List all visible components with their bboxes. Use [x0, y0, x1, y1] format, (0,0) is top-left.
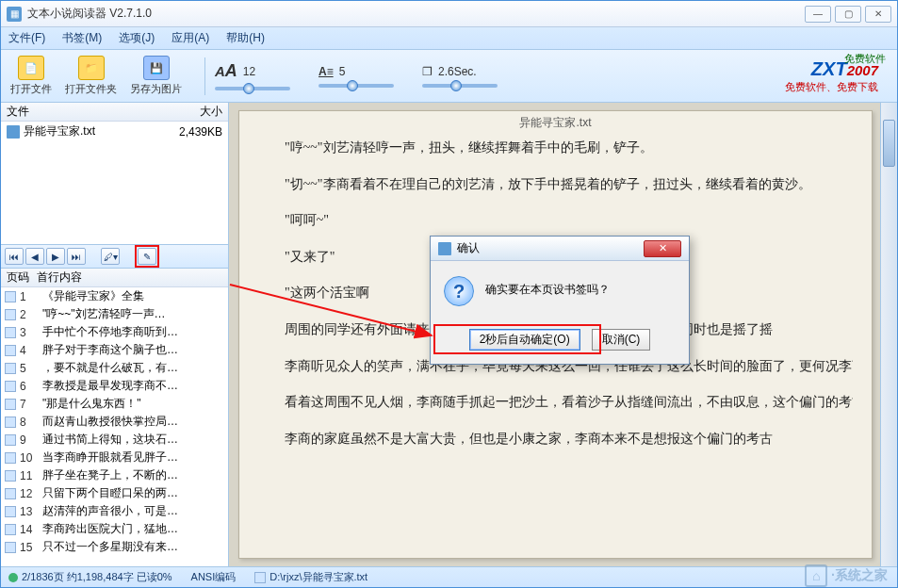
page-header-num[interactable]: 页码	[7, 270, 37, 286]
line-spacing-icon: A≡	[318, 65, 334, 78]
page-number: 4	[20, 344, 42, 357]
reader-paragraph: 李商的家庭虽然不是大富大贵，但也是小康之家，李商本来不是想报这个偏门的考古	[258, 427, 853, 452]
open-folder-button[interactable]: 📁 打开文件夹	[65, 56, 117, 96]
page-firstline: 手中忙个不停地李商听到…	[42, 324, 224, 340]
page-firstline: 《异能寻宝家》全集	[42, 288, 224, 304]
close-button[interactable]: ✕	[865, 6, 891, 23]
status-file-icon	[254, 572, 266, 583]
folder-open-icon: 📁	[78, 56, 105, 80]
dialog-message: 确实要在本页设书签吗？	[485, 276, 610, 298]
page-row[interactable]: 4胖子对于李商这个脑子也…	[1, 341, 228, 359]
brand-name: ZXT	[811, 58, 847, 79]
confirm-dialog: 确认 ✕ ? 确实要在本页设书签吗？ 2秒后自动确定(O) 取消(C)	[430, 236, 690, 365]
page-row[interactable]: 15只不过一个多星期没有来…	[1, 538, 228, 556]
nav-first-button[interactable]: ⏮	[5, 248, 24, 265]
interval-control: ❐ 2.6Sec.	[422, 65, 498, 88]
page-row[interactable]: 13赵清萍的声音很小，可是…	[1, 502, 228, 520]
nav-prev-button[interactable]: ◀	[25, 248, 44, 265]
question-icon: ?	[444, 276, 474, 306]
font-size-control: AA 12	[215, 61, 290, 90]
page-icon	[5, 416, 16, 428]
page-row[interactable]: 3手中忙个不停地李商听到…	[1, 323, 228, 341]
page-number: 11	[20, 469, 42, 482]
open-file-button[interactable]: 📄 打开文件	[10, 56, 52, 96]
save-as-pic-button[interactable]: 💾 另存为图片	[130, 56, 182, 96]
page-icon	[5, 399, 16, 410]
minimize-button[interactable]: —	[805, 6, 831, 23]
dialog-title: 确认	[457, 240, 644, 256]
page-row[interactable]: 2"哼~~"刘艺清轻哼一声…	[1, 305, 228, 323]
file-size: 2,439KB	[179, 125, 222, 139]
page-list-header: 页码 首行内容	[1, 269, 228, 287]
page-row[interactable]: 8而赵青山教授很快掌控局…	[1, 413, 228, 431]
line-spacing-slider[interactable]	[318, 84, 394, 88]
file-list-header: 文件 大小	[1, 103, 228, 122]
page-row[interactable]: 5，要不就是什么破瓦，有…	[1, 359, 228, 377]
page-row[interactable]: 7"那是什么鬼东西！"	[1, 395, 228, 413]
page-number: 15	[20, 541, 42, 554]
folder-icon: 📄	[18, 56, 44, 80]
page-number: 8	[20, 416, 42, 429]
interval-slider[interactable]	[422, 84, 498, 88]
file-icon	[7, 125, 20, 139]
page-icon	[5, 506, 16, 517]
page-firstline: 当李商睁开眼就看见胖子…	[42, 449, 224, 466]
page-icon	[5, 291, 16, 302]
page-number: 5	[20, 362, 42, 375]
menu-options[interactable]: 选项(J)	[119, 30, 155, 46]
bookmark-button[interactable]: ✎	[138, 248, 156, 265]
page-row[interactable]: 14李商跨出医院大门，猛地…	[1, 520, 228, 538]
dialog-close-button[interactable]: ✕	[644, 240, 681, 257]
page-icon	[5, 381, 16, 392]
menu-help[interactable]: 帮助(H)	[226, 30, 265, 46]
page-row[interactable]: 10当李商睁开眼就看见胖子…	[1, 449, 228, 466]
file-header-name[interactable]: 文件	[7, 104, 200, 120]
reader-paragraph: "哼~~"刘艺清轻哼一声，扭头，继续挥舞着手中的毛刷，铲子。	[258, 136, 853, 161]
page-number: 9	[20, 433, 42, 447]
page-icon	[5, 488, 16, 499]
page-number: 10	[20, 451, 42, 465]
nav-last-button[interactable]: ⏭	[67, 248, 86, 265]
page-firstline: 胖子对于李商这个脑子也…	[42, 342, 224, 358]
dialog-ok-button[interactable]: 2秒后自动确定(O)	[469, 329, 580, 351]
file-list: 异能寻宝家.txt 2,439KB	[1, 122, 228, 244]
maximize-button[interactable]: ▢	[835, 6, 861, 23]
watermark: ⌂·系统之家	[805, 564, 888, 587]
nav-next-button[interactable]: ▶	[46, 248, 65, 265]
open-folder-label: 打开文件夹	[65, 82, 117, 96]
app-icon: ▦	[7, 7, 22, 22]
toolbar: 📄 打开文件 📁 打开文件夹 💾 另存为图片 AA 12 A≡ 5	[1, 50, 897, 103]
page-firstline: 李商跨出医院大门，猛地…	[42, 521, 224, 537]
menu-bookmark[interactable]: 书签(M)	[62, 30, 102, 46]
page-number: 7	[20, 398, 42, 411]
page-firstline: 通过书简上得知，这块石…	[42, 432, 224, 448]
page-row[interactable]: 1《异能寻宝家》全集	[1, 287, 228, 305]
page-firstline: 李教授是最早发现李商不…	[42, 378, 224, 394]
menu-apps[interactable]: 应用(A)	[171, 30, 209, 46]
nav-tool-button[interactable]: 🖊▾	[101, 248, 120, 265]
page-number: 2	[20, 308, 42, 321]
bookmark-button-highlight: ✎	[135, 245, 159, 268]
brand-logo: 免费软件 ZXT2007 免费软件、免费下载	[785, 58, 888, 94]
page-firstline: 而赵青山教授很快掌控局…	[42, 414, 224, 430]
dialog-cancel-button[interactable]: 取消(C)	[592, 329, 651, 351]
reader-paragraph: "切~~"李商看着不在理自己的刘艺清，放下手中摇晃着的铲子，扭过头，继续看着的黄…	[258, 172, 853, 198]
page-row[interactable]: 11胖子坐在凳子上，不断的…	[1, 466, 228, 484]
page-header-first[interactable]: 首行内容	[37, 270, 82, 286]
save-as-pic-label: 另存为图片	[130, 82, 182, 96]
status-pages: 2/1836页 约1,198,484字 已读0%	[22, 570, 172, 584]
font-size-slider[interactable]	[215, 87, 290, 90]
menu-file[interactable]: 文件(F)	[8, 30, 45, 46]
page-row[interactable]: 6李教授是最早发现李商不…	[1, 377, 228, 395]
page-firstline: 赵清萍的声音很小，可是…	[42, 503, 224, 519]
reader-scrollbar[interactable]	[880, 103, 897, 566]
scrollbar-thumb[interactable]	[883, 120, 895, 167]
file-header-size[interactable]: 大小	[200, 104, 222, 120]
page-row[interactable]: 9通过书简上得知，这块石…	[1, 431, 228, 449]
page-icon	[5, 452, 16, 464]
page-firstline: ，要不就是什么破瓦，有…	[42, 360, 224, 376]
page-list[interactable]: 1《异能寻宝家》全集2"哼~~"刘艺清轻哼一声…3手中忙个不停地李商听到…4胖子…	[1, 287, 228, 566]
page-row[interactable]: 12只留下两个目瞪口呆的两…	[1, 484, 228, 502]
titlebar: ▦ 文本小说阅读器 V2.7.1.0 — ▢ ✕	[1, 1, 897, 27]
file-row[interactable]: 异能寻宝家.txt 2,439KB	[1, 122, 228, 141]
